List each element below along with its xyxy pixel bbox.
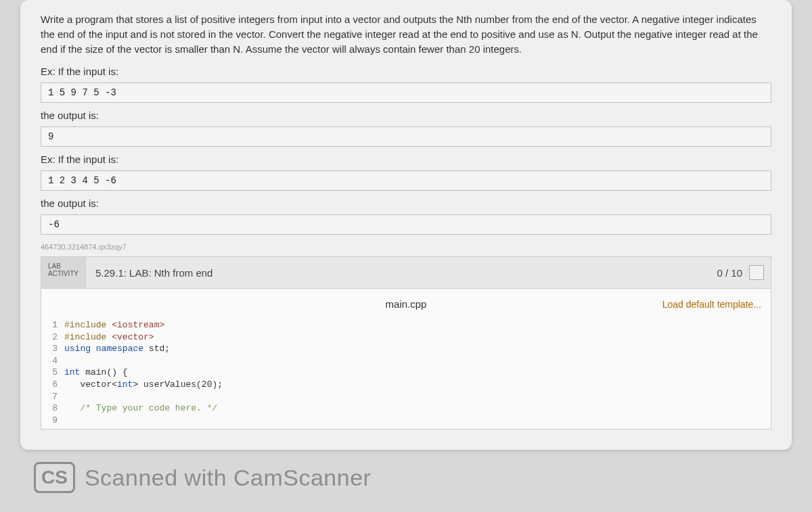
- code-line[interactable]: 4: [41, 355, 771, 367]
- watermark-text: Scanned with CamScanner: [85, 465, 371, 491]
- example2-input: 1 2 3 4 5 -6: [41, 170, 771, 191]
- score-area: 0 / 10: [710, 257, 771, 288]
- line-number: 4: [41, 355, 64, 367]
- activity-tab-line1: LAB: [48, 262, 78, 270]
- filename-label: main.cpp: [288, 298, 524, 310]
- example1-input: 1 5 9 7 5 -3: [41, 83, 771, 103]
- line-number: 5: [41, 367, 64, 379]
- line-number: 1: [41, 319, 64, 331]
- activity-tab: LAB ACTIVITY: [41, 257, 86, 288]
- example1-output-label: the output is:: [41, 110, 771, 121]
- code-line[interactable]: 9: [41, 415, 771, 427]
- code-content[interactable]: vector<int> userValues(20);: [64, 379, 223, 391]
- line-number: 3: [41, 343, 64, 355]
- example2-label: Ex: If the input is:: [41, 154, 771, 165]
- editor-header: main.cpp Load default template...: [41, 298, 771, 317]
- cs-badge-icon: CS: [34, 462, 75, 493]
- line-number: 2: [41, 331, 64, 344]
- hash-id: 464730.3214874.qx3zqy7: [41, 243, 771, 251]
- line-number: 9: [41, 415, 64, 427]
- code-line[interactable]: 7: [41, 391, 771, 403]
- activity-header: LAB ACTIVITY 5.29.1: LAB: Nth from end 0…: [41, 256, 771, 289]
- code-content[interactable]: #include <vector>: [64, 331, 154, 344]
- code-content[interactable]: #include <iostream>: [64, 319, 164, 331]
- line-number: 7: [41, 391, 64, 403]
- code-content[interactable]: int main() {: [64, 367, 128, 379]
- editor-panel: main.cpp Load default template... 1#incl…: [41, 289, 771, 429]
- code-editor[interactable]: 1#include <iostream>2#include <vector>3u…: [41, 317, 771, 429]
- score-text: 0 / 10: [717, 267, 742, 279]
- code-line[interactable]: 1#include <iostream>: [41, 319, 771, 331]
- example2-output-label: the output is:: [41, 197, 771, 209]
- code-line[interactable]: 8 /* Type your code here. */: [41, 402, 771, 415]
- example1-output: 9: [41, 126, 771, 147]
- code-line[interactable]: 3using namespace std;: [41, 343, 771, 355]
- activity-tab-line2: ACTIVITY: [48, 270, 78, 277]
- problem-description: Write a program that stores a list of po…: [41, 12, 771, 56]
- code-line[interactable]: 5int main() {: [41, 367, 771, 379]
- example2-output: -6: [41, 214, 771, 235]
- code-line[interactable]: 2#include <vector>: [41, 331, 771, 344]
- example1-label: Ex: If the input is:: [41, 66, 771, 77]
- code-content[interactable]: /* Type your code here. */: [64, 402, 217, 415]
- line-number: 6: [41, 379, 64, 391]
- code-content[interactable]: using namespace std;: [64, 343, 170, 355]
- score-checkbox[interactable]: [749, 265, 764, 280]
- load-default-template-link[interactable]: Load default template...: [524, 299, 761, 310]
- activity-title: 5.29.1: LAB: Nth from end: [86, 257, 710, 288]
- code-line[interactable]: 6 vector<int> userValues(20);: [41, 379, 771, 391]
- camscanner-watermark: CS Scanned with CamScanner: [34, 462, 371, 493]
- problem-card: Write a program that stores a list of po…: [20, 0, 792, 450]
- line-number: 8: [41, 402, 64, 415]
